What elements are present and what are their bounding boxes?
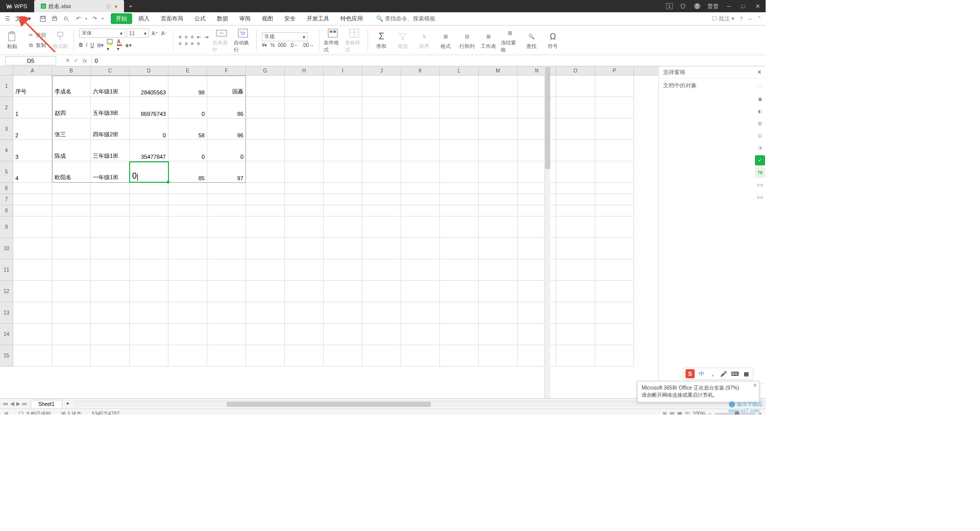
cell[interactable]: 98 <box>168 76 207 97</box>
fill-color-button[interactable]: ▾ <box>107 39 114 52</box>
tab-special[interactable]: 特色应用 <box>335 13 368 24</box>
cell[interactable] <box>324 140 362 161</box>
cell[interactable]: 0 <box>207 140 246 161</box>
cells-area[interactable]: 序号 李成名 六年级1班 28405563 98 国矗 1 赵四 五年级3班 8… <box>13 76 634 367</box>
cell[interactable]: 陈成 <box>52 140 91 161</box>
view-read-icon[interactable]: ◫ <box>685 411 690 415</box>
indent-decrease-button[interactable]: ⇤ <box>197 34 201 40</box>
decrease-font-button[interactable]: A⁻ <box>160 29 168 38</box>
row-col-button[interactable]: ⊟行和列 <box>458 31 476 50</box>
cell[interactable] <box>440 76 479 97</box>
notification-close-icon[interactable]: ✕ <box>753 382 757 388</box>
vertical-scrollbar[interactable] <box>544 66 550 398</box>
align-left-button[interactable]: ≡ <box>179 41 182 46</box>
decimal-dec-button[interactable]: .00→ <box>302 42 314 48</box>
cell[interactable] <box>401 76 440 97</box>
cell[interactable] <box>401 97 440 118</box>
col-header[interactable]: F <box>207 66 246 75</box>
redo-dropdown-icon[interactable]: ▾ <box>102 16 104 21</box>
align-middle-button[interactable]: ≡ <box>185 34 188 40</box>
row-header[interactable]: 6 <box>0 183 13 194</box>
cell[interactable] <box>518 97 556 118</box>
merge-center-button[interactable]: 合并居中 <box>212 27 231 54</box>
cell[interactable] <box>362 161 401 183</box>
cell[interactable]: 2 <box>13 118 52 140</box>
cell[interactable]: 五年级3班 <box>91 97 130 118</box>
cell[interactable] <box>479 140 518 161</box>
fx-icon[interactable]: fx <box>83 58 87 64</box>
tab-security[interactable]: 安全 <box>279 13 301 24</box>
sum-button[interactable]: Σ求和 <box>372 31 390 50</box>
add-sheet-button[interactable]: + <box>62 401 74 406</box>
row-header[interactable]: 4 <box>0 140 13 161</box>
col-header[interactable]: B <box>52 66 91 75</box>
cell[interactable] <box>595 76 634 97</box>
undo-icon[interactable]: ↶ <box>74 14 83 23</box>
select-all-corner[interactable] <box>0 66 13 75</box>
cell[interactable] <box>556 140 595 161</box>
cell[interactable] <box>518 140 556 161</box>
zoom-level[interactable]: 100% <box>693 411 706 415</box>
ime-logo-icon[interactable]: S <box>685 369 695 378</box>
cell[interactable] <box>440 97 479 118</box>
cell[interactable]: 86976743 <box>130 97 168 118</box>
cell[interactable] <box>595 161 634 183</box>
confirm-edit-icon[interactable]: ✓ <box>74 57 79 64</box>
ime-keyboard-icon[interactable]: ⌨ <box>730 369 740 378</box>
cell[interactable] <box>362 76 401 97</box>
row-header[interactable]: 7 <box>0 194 13 205</box>
doc-protected[interactable]: 🛡 文档已保护 <box>19 411 51 415</box>
col-header[interactable]: N <box>518 66 556 75</box>
ime-lang[interactable]: 中 <box>697 369 706 378</box>
settings-icon[interactable]: ⚙ <box>4 411 9 415</box>
font-color-button[interactable]: A▾ <box>117 39 122 52</box>
cell[interactable] <box>246 118 285 140</box>
col-header[interactable]: E <box>168 66 207 75</box>
increase-font-button[interactable]: A⁺ <box>151 29 159 38</box>
align-right-button[interactable]: ≡ <box>191 41 194 46</box>
side-icon[interactable]: ▣ <box>755 94 765 104</box>
col-header[interactable]: C <box>91 66 130 75</box>
freeze-button[interactable]: ⊞冻结窗格 <box>501 27 519 54</box>
cell[interactable] <box>285 118 324 140</box>
side-icon[interactable]: ◐ <box>755 106 765 116</box>
side-icon[interactable]: ⋯ <box>755 82 765 92</box>
zoom-out-button[interactable]: − <box>708 411 712 415</box>
decimal-inc-button[interactable]: .0← <box>289 42 299 48</box>
cell[interactable]: 97 <box>207 161 246 183</box>
skin-icon[interactable] <box>679 2 687 10</box>
row-header[interactable]: 9 <box>0 216 13 238</box>
col-header[interactable]: M <box>479 66 518 75</box>
spreadsheet-grid[interactable]: A B C D E F G H I J K L M N O P 1 2 3 4 … <box>0 66 658 398</box>
scrollbar-thumb[interactable] <box>545 67 550 169</box>
row-header[interactable]: 5 <box>0 161 13 183</box>
cell[interactable] <box>518 76 556 97</box>
table-style-button[interactable]: 表格样式 <box>345 27 363 54</box>
auto-wrap-button[interactable]: 自动换行 <box>234 27 252 54</box>
sheet-nav-prev-icon[interactable]: ◀ <box>10 401 14 406</box>
tab-review[interactable]: 审阅 <box>234 13 256 24</box>
cell[interactable] <box>518 118 556 140</box>
align-top-button[interactable]: ≡ <box>179 34 182 40</box>
bold-button[interactable]: B <box>79 42 83 48</box>
cell[interactable] <box>440 140 479 161</box>
cell[interactable] <box>479 76 518 97</box>
save-icon[interactable] <box>38 14 47 23</box>
cell[interactable]: 欧阳名 <box>52 161 91 183</box>
side-icon[interactable]: ⊡ <box>755 131 765 141</box>
col-header[interactable]: A <box>13 66 52 75</box>
add-tab-button[interactable]: + <box>124 3 137 9</box>
row-header[interactable]: 1 <box>0 76 13 97</box>
col-header[interactable]: P <box>595 66 634 75</box>
row-header[interactable]: 14 <box>0 324 13 345</box>
sort-button[interactable]: ⇅排序 <box>415 31 433 50</box>
cell[interactable] <box>324 76 362 97</box>
cell[interactable] <box>401 161 440 183</box>
col-header[interactable]: H <box>285 66 324 75</box>
col-header[interactable]: K <box>401 66 440 75</box>
align-bottom-button[interactable]: ≡ <box>191 34 194 40</box>
cell[interactable] <box>518 161 556 183</box>
minimize-button[interactable]: ─ <box>725 2 733 10</box>
cell[interactable] <box>246 76 285 97</box>
cell[interactable] <box>479 97 518 118</box>
